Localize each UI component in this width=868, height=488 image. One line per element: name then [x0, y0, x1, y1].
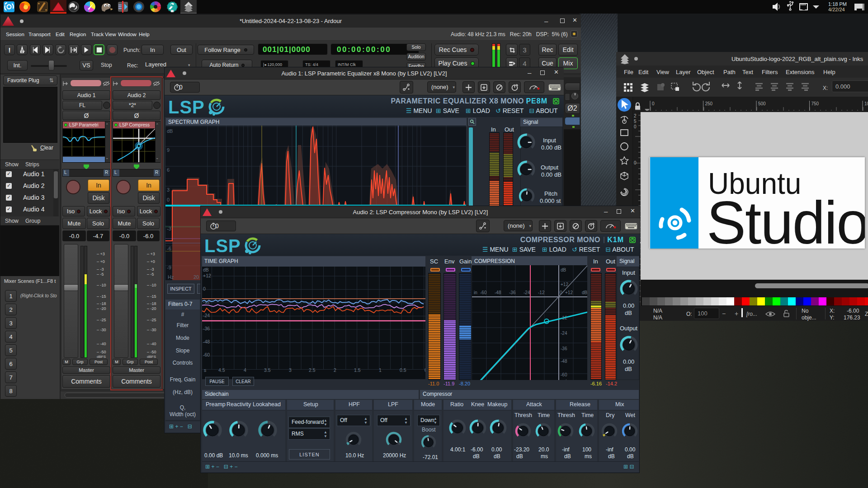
svg-text:dB: dB — [561, 267, 566, 272]
svg-text:Hz: Hz — [168, 274, 174, 280]
svg-text:2: 2 — [334, 367, 336, 373]
svg-text:0.5: 0.5 — [400, 367, 406, 373]
svg-text:0: 0 — [425, 367, 425, 373]
svg-text:dB: dB — [203, 267, 209, 272]
svg-text:3.5: 3.5 — [264, 367, 271, 373]
svg-text:4.5: 4.5 — [218, 367, 225, 373]
svg-text:750: 750 — [811, 101, 819, 106]
svg-text:6: 6 — [167, 167, 170, 173]
svg-text:dB: dB — [582, 290, 587, 295]
svg-text:0: 0 — [634, 124, 637, 129]
svg-text:250: 250 — [705, 101, 713, 106]
svg-text:-60: -60 — [480, 290, 487, 295]
svg-text:out: out — [561, 379, 567, 380]
svg-text:0: 0 — [203, 286, 206, 291]
svg-text:3: 3 — [167, 187, 170, 192]
svg-text:0: 0 — [167, 197, 170, 202]
svg-text:1: 1 — [379, 367, 382, 373]
svg-text:-36: -36 — [561, 346, 567, 351]
svg-text:0: 0 — [634, 160, 637, 165]
svg-text:0: 0 — [560, 290, 562, 295]
svg-text:5: 5 — [634, 119, 637, 124]
svg-text:10: 10 — [864, 101, 868, 106]
svg-text:-6: -6 — [167, 246, 171, 251]
svg-text:9: 9 — [167, 147, 170, 153]
svg-text:-12: -12 — [203, 299, 210, 305]
svg-text:-24: -24 — [561, 331, 567, 336]
svg-text:2.5: 2.5 — [309, 367, 316, 373]
svg-text:-48: -48 — [203, 339, 210, 344]
svg-text:+12: +12 — [561, 282, 568, 287]
svg-text:-3: -3 — [167, 226, 171, 231]
svg-text:-24: -24 — [524, 290, 530, 295]
svg-text:1.5: 1.5 — [354, 367, 361, 373]
svg-text:20: 20 — [193, 274, 199, 280]
svg-text:-60: -60 — [203, 352, 210, 357]
svg-text:in: in — [474, 290, 477, 295]
svg-text:+12: +12 — [203, 273, 211, 278]
svg-text:-48: -48 — [561, 359, 567, 364]
svg-text:dB: dB — [167, 128, 173, 134]
svg-text:-12: -12 — [538, 290, 545, 295]
svg-text:-48: -48 — [495, 290, 501, 295]
svg-text:-12: -12 — [561, 315, 567, 320]
svg-text:500: 500 — [758, 101, 766, 106]
svg-text:s: s — [204, 367, 206, 373]
svg-text:-36: -36 — [203, 326, 210, 331]
svg-text:-24: -24 — [203, 313, 210, 318]
svg-text:+12: +12 — [565, 290, 573, 295]
svg-text:-60: -60 — [561, 372, 567, 377]
svg-text:-36: -36 — [509, 290, 516, 295]
svg-text:2: 2 — [634, 113, 637, 118]
svg-text:4: 4 — [244, 367, 246, 373]
svg-text:0: 0 — [652, 101, 655, 106]
svg-text:3: 3 — [289, 367, 292, 373]
svg-text:-9: -9 — [167, 265, 171, 270]
